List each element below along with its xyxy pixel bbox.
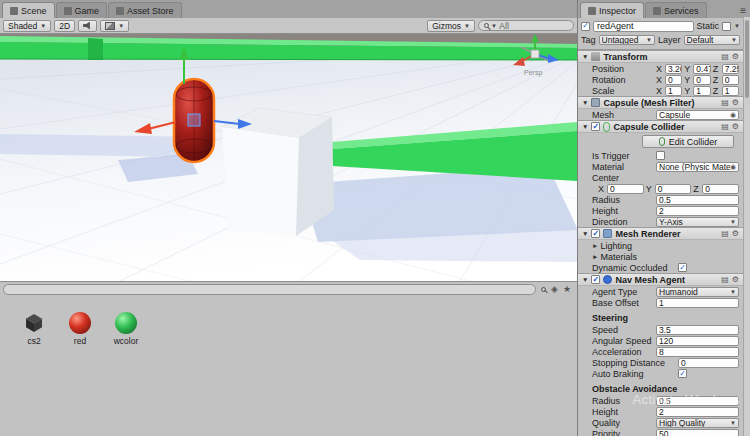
lighting-foldout-row[interactable]: ► Lighting [578, 240, 743, 251]
foldout-icon[interactable]: ▼ [582, 123, 588, 130]
mesh-object-field[interactable]: Capsule ◉ [656, 110, 739, 120]
collider-radius-field[interactable]: 0.5 [656, 195, 739, 205]
oa-radius-field[interactable]: 0.5 [656, 396, 739, 406]
foldout-icon[interactable]: ▼ [582, 230, 588, 237]
shaded-dropdown[interactable]: Shaded ▼ [3, 20, 51, 32]
center-z-field[interactable]: 0 [702, 184, 739, 194]
favorites-star-icon[interactable]: ★ [563, 285, 571, 294]
oa-height-field[interactable]: 2 [656, 407, 739, 417]
position-x-field[interactable]: 3.261 [665, 64, 682, 74]
scene-tab-icon [10, 7, 18, 15]
position-y-field[interactable]: 0.475 [693, 64, 710, 74]
asset-label: wcolor [114, 336, 139, 346]
speed-field[interactable]: 3.5 [656, 325, 739, 335]
mesh-renderer-enabled-checkbox[interactable]: ✓ [591, 229, 600, 238]
reference-book-icon[interactable]: ▤ [721, 52, 729, 61]
materials-foldout-row[interactable]: ► Materials [578, 251, 743, 262]
angular-speed-field[interactable]: 120 [656, 336, 739, 346]
center-x-field[interactable]: 0 [607, 184, 644, 194]
physic-material-object-field[interactable]: None (Physic Material) ◉ [656, 162, 739, 172]
scale-z-field[interactable]: 1 [722, 86, 739, 96]
foldout-icon[interactable]: ▼ [582, 99, 588, 106]
foldout-icon[interactable]: ▼ [582, 53, 588, 60]
axis-z-label: Z [693, 184, 700, 194]
stopping-distance-row: Stopping Distance 0 [578, 357, 743, 368]
gear-icon[interactable]: ⚙ [732, 122, 739, 131]
active-checkbox[interactable]: ✓ [581, 22, 590, 31]
reference-book-icon[interactable]: ▤ [721, 122, 729, 131]
tag-dropdown[interactable]: Untagged ▼ [599, 35, 655, 45]
rotation-x-field[interactable]: 0 [665, 75, 682, 85]
tab-services[interactable]: Services [645, 2, 707, 18]
priority-row: Priority 50 [578, 428, 743, 436]
asset-item-red[interactable]: red [60, 312, 100, 346]
scene-search-input[interactable]: ▼ All [478, 20, 574, 31]
tab-game[interactable]: Game [56, 2, 108, 18]
capsule-collider-header[interactable]: ▼ ✓ Capsule Collider ▤ ⚙ [578, 120, 743, 133]
collider-height-field[interactable]: 2 [656, 206, 739, 216]
tab-inspector[interactable]: Inspector [580, 2, 644, 18]
search-icon [484, 23, 489, 28]
transform-header[interactable]: ▼ Transform ▤ ⚙ [578, 50, 743, 63]
nav-mesh-agent-enabled-checkbox[interactable]: ✓ [591, 275, 600, 284]
tab-scene[interactable]: Scene [2, 2, 55, 18]
nav-mesh-agent-header[interactable]: ▼ ✓ Nav Mesh Agent ▤ ⚙ [578, 273, 743, 286]
rotation-z-field[interactable]: 0 [722, 75, 739, 85]
is-trigger-checkbox[interactable] [656, 151, 665, 160]
acceleration-field[interactable]: 8 [656, 347, 739, 357]
edit-collider-button[interactable]: Edit Collider [642, 135, 734, 148]
capsule-collider-enabled-checkbox[interactable]: ✓ [591, 122, 600, 131]
static-checkbox[interactable] [722, 22, 731, 31]
quality-dropdown[interactable]: High Quality ▼ [656, 418, 739, 428]
scale-x-field[interactable]: 1 [665, 86, 682, 96]
layer-dropdown[interactable]: Default ▼ [684, 35, 740, 45]
base-offset-row: Base Offset 1 [578, 297, 743, 308]
label-tag-icon[interactable]: ◈ [551, 285, 558, 294]
project-search-input[interactable] [3, 284, 536, 295]
mesh-renderer-header[interactable]: ▼ ✓ Mesh Renderer ▤ ⚙ [578, 227, 743, 240]
gear-icon[interactable]: ⚙ [732, 98, 739, 107]
search-icon[interactable] [541, 287, 546, 292]
scale-y-field[interactable]: 1 [693, 86, 710, 96]
priority-field[interactable]: 50 [656, 429, 739, 436]
mesh-filter-header[interactable]: ▼ Capsule (Mesh Filter) ▤ ⚙ [578, 96, 743, 109]
radius-label: Radius [592, 195, 654, 205]
gear-icon[interactable]: ⚙ [732, 52, 739, 61]
scene-audio-toggle[interactable] [78, 20, 97, 32]
scene-viewport[interactable]: Persp [0, 34, 577, 281]
auto-braking-checkbox[interactable]: ✓ [678, 369, 687, 378]
dynamic-occluded-label: Dynamic Occluded [592, 263, 676, 273]
tab-asset-store[interactable]: Asset Store [108, 2, 182, 18]
foldout-icon[interactable]: ▼ [582, 276, 588, 283]
object-picker-icon[interactable]: ◉ [730, 163, 736, 171]
dynamic-occluded-checkbox[interactable]: ✓ [678, 263, 687, 272]
2d-toggle[interactable]: 2D [54, 20, 75, 32]
stopping-distance-field[interactable]: 0 [678, 358, 739, 368]
gameobject-name-field[interactable]: redAgent [593, 21, 694, 32]
gear-icon[interactable]: ⚙ [732, 275, 739, 284]
scene-canvas[interactable]: Persp [0, 34, 577, 281]
position-label: Position [592, 64, 654, 74]
asset-item-cs2[interactable]: cs2 [14, 312, 54, 346]
position-z-field[interactable]: 7.251 [722, 64, 739, 74]
inspector-scrollbar[interactable] [743, 17, 750, 436]
base-offset-field[interactable]: 1 [656, 298, 739, 308]
agent-type-dropdown[interactable]: Humanoid ▼ [656, 287, 739, 297]
reference-book-icon[interactable]: ▤ [721, 98, 729, 107]
check-icon: ✓ [593, 276, 600, 284]
static-dropdown-icon[interactable]: ▼ [734, 23, 740, 29]
reference-book-icon[interactable]: ▤ [721, 229, 729, 238]
scrollbar-thumb[interactable] [745, 20, 749, 98]
reference-book-icon[interactable]: ▤ [721, 275, 729, 284]
view-gizmo-label[interactable]: Persp [524, 69, 542, 77]
asset-item-wcolor[interactable]: wcolor [106, 312, 146, 346]
rotation-y-field[interactable]: 0 [693, 75, 710, 85]
auto-braking-label: Auto Braking [592, 369, 676, 379]
center-y-field[interactable]: 0 [655, 184, 692, 194]
stopping-distance-label: Stopping Distance [592, 358, 676, 368]
gear-icon[interactable]: ⚙ [732, 229, 739, 238]
direction-dropdown[interactable]: Y-Axis ▼ [656, 217, 739, 227]
gizmos-dropdown[interactable]: Gizmos ▼ [427, 20, 475, 32]
scene-effects-toggle[interactable]: ▼ [100, 20, 129, 32]
object-picker-icon[interactable]: ◉ [730, 111, 736, 119]
